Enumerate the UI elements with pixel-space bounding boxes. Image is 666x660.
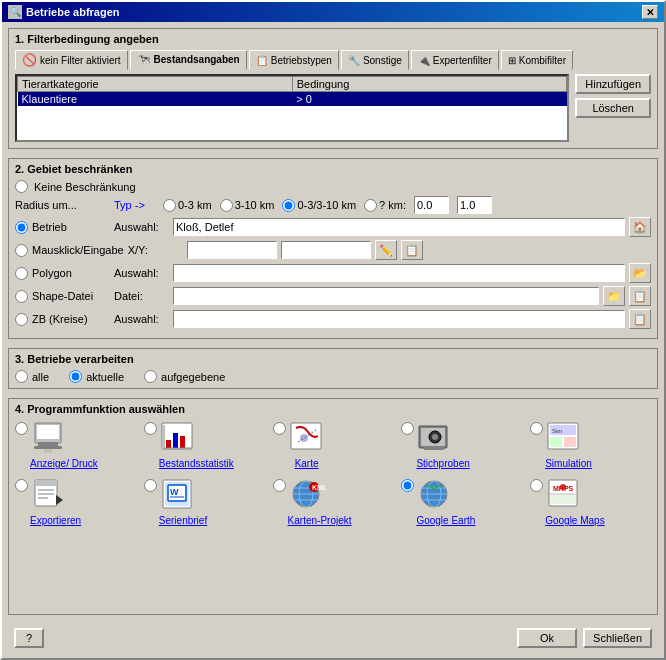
tab-kein-filter[interactable]: 🚫 kein Filter aktiviert bbox=[15, 50, 128, 70]
radio-3-10km[interactable] bbox=[220, 199, 233, 212]
section3-title: 3. Betriebe verarbeiten bbox=[15, 353, 651, 365]
delete-button[interactable]: Löschen bbox=[575, 98, 651, 118]
window-icon: 🔍 bbox=[8, 5, 22, 19]
shape-input[interactable] bbox=[173, 287, 599, 305]
section-gebiet: 2. Gebiet beschränken Keine Beschränkung… bbox=[8, 158, 658, 339]
tab-betriebstypen[interactable]: 📋 Betriebstypen bbox=[249, 50, 339, 70]
svg-rect-18 bbox=[424, 447, 444, 450]
betrieb-select-icon[interactable]: 🏠 bbox=[629, 217, 651, 237]
radio-shape[interactable] bbox=[15, 290, 28, 303]
radius-0-3-3-10[interactable]: 0-3/3-10 km bbox=[282, 199, 356, 212]
radio-kartenprojekt[interactable] bbox=[273, 479, 286, 492]
table-buttons: Hinzufügen Löschen bbox=[575, 74, 651, 142]
radio-betrieb[interactable] bbox=[15, 221, 28, 234]
radio-karte[interactable] bbox=[273, 422, 286, 435]
zb-icon[interactable]: 📋 bbox=[629, 309, 651, 329]
type-label: Typ -> bbox=[114, 199, 159, 211]
radio-mausklick-label[interactable]: Mausklick/Eingabe bbox=[15, 244, 124, 257]
col-bedingung: Bedingung bbox=[292, 77, 567, 92]
simulation-icon: Sim bbox=[545, 420, 583, 456]
radio-exportieren[interactable] bbox=[15, 479, 28, 492]
polygon-icon[interactable]: 📂 bbox=[629, 263, 651, 283]
func-bestandsstatistik[interactable]: Bestandsstatistik bbox=[144, 420, 265, 469]
radio-anzeige[interactable] bbox=[15, 422, 28, 435]
func-kartenprojekt[interactable]: KML Karten-Projekt bbox=[273, 477, 394, 526]
svg-point-17 bbox=[432, 434, 438, 440]
schliessen-button[interactable]: Schließen bbox=[583, 628, 652, 648]
radio-keine-beschrankung[interactable] bbox=[15, 180, 28, 193]
radius-0-3[interactable]: 0-3 km bbox=[163, 199, 212, 212]
radio-polygon-label[interactable]: Polygon bbox=[15, 267, 110, 280]
radio-serienbrief[interactable] bbox=[144, 479, 157, 492]
tab-label-1: Bestandsangaben bbox=[154, 54, 240, 65]
radius-3-10[interactable]: 3-10 km bbox=[220, 199, 275, 212]
svg-rect-8 bbox=[180, 436, 185, 448]
radio-zb[interactable] bbox=[15, 313, 28, 326]
mausklick-icon1[interactable]: ✏️ bbox=[375, 240, 397, 260]
radio-betrieb-label[interactable]: Betrieb bbox=[15, 221, 110, 234]
ok-button[interactable]: Ok bbox=[517, 628, 577, 648]
table-row[interactable]: Klauentiere > 0 bbox=[18, 92, 567, 107]
betrieb-input[interactable] bbox=[173, 218, 625, 236]
add-button[interactable]: Hinzufügen bbox=[575, 74, 651, 94]
radius-val2[interactable] bbox=[457, 196, 492, 214]
radio-mausklick[interactable] bbox=[15, 244, 28, 257]
tab-sonstige[interactable]: 🔧 Sonstige bbox=[341, 50, 409, 70]
radius-row: Radius um... Typ -> 0-3 km 3-10 km 0-3/3… bbox=[15, 196, 651, 214]
radio-custom-km[interactable] bbox=[364, 199, 377, 212]
radio-aktuelle[interactable] bbox=[69, 370, 82, 383]
section1-title: 1. Filterbedingung angeben bbox=[15, 33, 651, 45]
func-google-maps[interactable]: MRPS Google Maps bbox=[530, 477, 651, 526]
svg-rect-4 bbox=[44, 449, 52, 453]
func-stichproben[interactable]: Stichproben bbox=[401, 420, 522, 469]
serienbrief-icon: W bbox=[159, 477, 197, 513]
func-karte[interactable]: Karte bbox=[273, 420, 394, 469]
zb-input[interactable] bbox=[173, 310, 625, 328]
radio-alle-label[interactable]: alle bbox=[15, 370, 49, 383]
shape-icon1[interactable]: 📁 bbox=[603, 286, 625, 306]
radio-aktuelle-label[interactable]: aktuelle bbox=[69, 370, 124, 383]
radius-custom[interactable]: ? km: bbox=[364, 199, 406, 212]
tab-kombifilter[interactable]: ⊞ Kombifilter bbox=[501, 50, 573, 70]
mausklick-icon2[interactable]: 📋 bbox=[401, 240, 423, 260]
radius-label: Radius um... bbox=[15, 199, 110, 211]
help-button[interactable]: ? bbox=[14, 628, 44, 648]
func-google-earth[interactable]: Google Earth bbox=[401, 477, 522, 526]
tab-label-5: Kombifilter bbox=[519, 55, 566, 66]
y-input[interactable] bbox=[281, 241, 371, 259]
radio-aufgegebene-label[interactable]: aufgegebene bbox=[144, 370, 225, 383]
stichproben-icon bbox=[416, 420, 454, 456]
radius-val1[interactable] bbox=[414, 196, 449, 214]
func-anzeige[interactable]: Anzeige/ Druck bbox=[15, 420, 136, 469]
tab-bestandsangaben[interactable]: 🐄 Bestandsangaben bbox=[130, 50, 247, 70]
func-simulation[interactable]: Sim Simulation bbox=[530, 420, 651, 469]
x-input[interactable] bbox=[187, 241, 277, 259]
radio-bestandsstatistik[interactable] bbox=[144, 422, 157, 435]
svg-rect-25 bbox=[35, 480, 57, 486]
tab-expertenfilter[interactable]: 🔌 Expertenfilter bbox=[411, 50, 499, 70]
radio-polygon[interactable] bbox=[15, 267, 28, 280]
radio-0-3km[interactable] bbox=[163, 199, 176, 212]
svg-rect-22 bbox=[564, 437, 576, 447]
radio-zb-label[interactable]: ZB (Kreise) bbox=[15, 313, 110, 326]
radio-alle[interactable] bbox=[15, 370, 28, 383]
polygon-input[interactable] bbox=[173, 264, 625, 282]
func-serienbrief[interactable]: W Serienbrief bbox=[144, 477, 265, 526]
google-maps-icon: MRPS bbox=[545, 477, 583, 513]
radio-0-3-3-10km[interactable] bbox=[282, 199, 295, 212]
radio-aufgegebene[interactable] bbox=[144, 370, 157, 383]
cell-bedingung: > 0 bbox=[292, 92, 567, 107]
tab-label-2: Betriebstypen bbox=[271, 55, 332, 66]
radio-google-maps[interactable] bbox=[530, 479, 543, 492]
radio-shape-label[interactable]: Shape-Datei bbox=[15, 290, 110, 303]
radio-google-earth[interactable] bbox=[401, 479, 414, 492]
section-verarbeiten: 3. Betriebe verarbeiten alle aktuelle au… bbox=[8, 348, 658, 389]
shape-icon2[interactable]: 📋 bbox=[629, 286, 651, 306]
func-exportieren[interactable]: Exportieren bbox=[15, 477, 136, 526]
betrieb-auswahl-label: Auswahl: bbox=[114, 221, 169, 233]
close-button[interactable]: ✕ bbox=[642, 5, 658, 19]
radio-simulation[interactable] bbox=[530, 422, 543, 435]
radio-stichproben[interactable] bbox=[401, 422, 414, 435]
svg-rect-6 bbox=[166, 440, 171, 448]
tab-bar: 🚫 kein Filter aktiviert 🐄 Bestandsangabe… bbox=[15, 50, 651, 70]
